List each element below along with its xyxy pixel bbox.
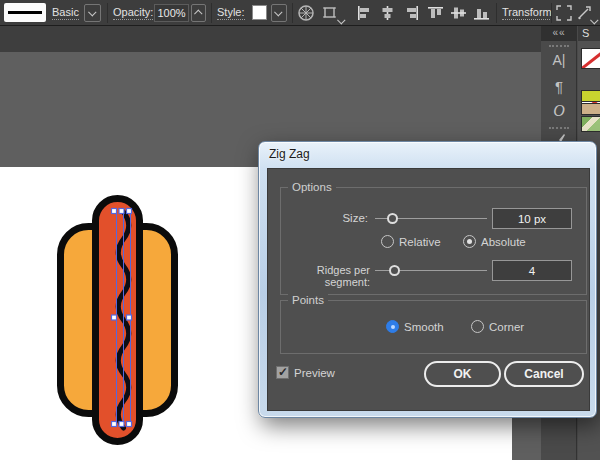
corner-label[interactable]: Corner [489,321,524,333]
smooth-radio[interactable] [386,320,399,333]
toolbar-divider [292,3,293,23]
style-swatch[interactable] [252,5,267,20]
preview-checkbox[interactable] [276,366,289,379]
style-label[interactable]: Style: [217,6,245,20]
align-vertical-center-button[interactable] [451,6,466,24]
options-legend: Options [288,181,336,193]
size-slider-knob[interactable] [387,213,398,224]
align-horizontal-center-button[interactable] [380,6,395,24]
size-input[interactable] [492,208,572,229]
dialog-body: Options Size: Relative Absolute Ridges p… [267,168,590,411]
chevron-down-icon [88,8,96,16]
absolute-radio[interactable] [463,235,476,248]
cancel-button[interactable]: Cancel [504,361,584,387]
stroke-preview-icon [8,11,42,14]
corner-radio[interactable] [471,320,484,333]
smooth-label[interactable]: Smooth [404,321,444,333]
select-similar-dropdown[interactable] [592,10,598,28]
ridges-slider-knob[interactable] [389,265,400,276]
swatch-yellow-green[interactable] [581,90,600,102]
align-bottom-button[interactable] [474,6,489,24]
points-group: Points Smooth Corner [280,300,587,354]
swatch-none-large[interactable] [581,48,600,69]
brush-dropdown-button[interactable] [84,4,101,22]
swatch-tan[interactable] [581,103,600,115]
ok-button[interactable]: OK [424,361,501,387]
brush-definition-label[interactable]: Basic [52,6,79,20]
ridges-label: Ridges per segment: [281,264,370,288]
size-label: Size: [281,212,368,224]
align-top-button[interactable] [428,6,443,24]
hotdog-artwork[interactable] [50,190,185,450]
relative-label[interactable]: Relative [399,236,441,248]
toolbar-divider [551,3,552,23]
brush-definition-preview[interactable] [4,3,46,22]
select-similar-icon[interactable] [576,4,592,25]
toolbar-divider [107,3,108,23]
swatch-pattern[interactable] [581,116,600,132]
chevron-down-icon [590,16,598,24]
preview-label[interactable]: Preview [294,367,335,379]
toolbar-divider [211,3,212,23]
ridges-input[interactable] [492,260,572,281]
swatches-panel-title: S [578,26,600,41]
relative-radio[interactable] [381,235,394,248]
control-bar: Basic Opacity: 100% Style: Transform [0,0,600,26]
absolute-label[interactable]: Absolute [481,236,526,248]
dock-group-divider [549,45,569,47]
opacity-label[interactable]: Opacity: [113,6,153,20]
dialog-titlebar[interactable]: Zig Zag [259,142,596,168]
transform-link[interactable]: Transform [502,6,552,20]
chevron-down-icon [337,16,345,24]
sausage-shape[interactable] [96,199,140,442]
character-panel-icon[interactable]: A| [541,52,577,68]
zigzag-dialog: Zig Zag Options Size: Relative Absolute … [258,141,597,418]
style-dropdown-button[interactable] [271,4,287,22]
recolor-artwork-icon[interactable] [297,4,315,26]
options-group: Options Size: Relative Absolute Ridges p… [280,187,587,295]
dock-group-divider [549,127,569,129]
opentype-panel-icon[interactable]: O [541,102,577,120]
align-right-button[interactable] [404,6,419,24]
points-legend: Points [288,294,328,306]
bounding-box-corners-icon[interactable] [556,5,572,25]
align-left-button[interactable] [357,6,372,24]
opacity-value[interactable]: 100% [154,4,189,22]
dock-collapse-button[interactable]: «« [541,26,577,41]
artboard-dropdown-button[interactable] [339,10,345,28]
chevron-right-icon [194,9,202,17]
dialog-title: Zig Zag [269,142,310,168]
chevron-down-icon [274,8,282,16]
paragraph-panel-icon[interactable]: ¶ [541,78,577,95]
document-tab-strip [0,26,541,52]
toolbar-divider [496,3,497,23]
opacity-expand-button[interactable] [191,4,206,22]
artboard-options-icon[interactable] [322,5,337,24]
